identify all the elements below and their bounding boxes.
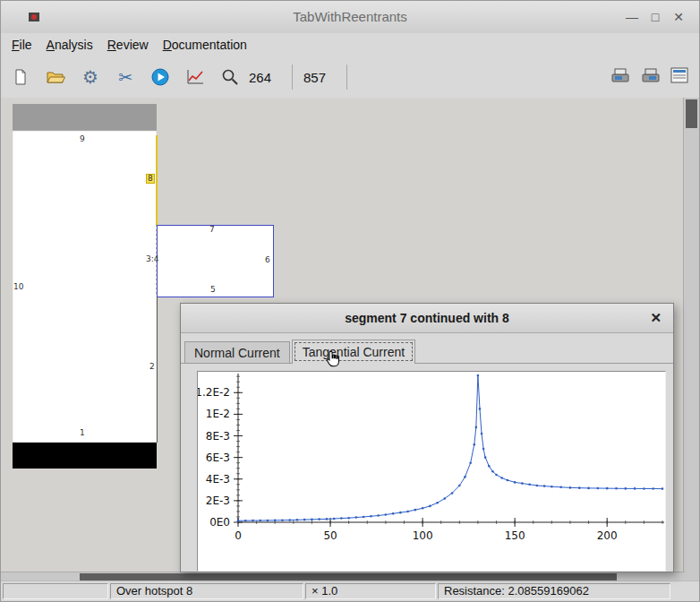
run-icon[interactable] bbox=[145, 63, 175, 91]
menu-analysis[interactable]: Analysis bbox=[39, 35, 100, 55]
scanner-icon[interactable] bbox=[640, 66, 662, 88]
segment-dialog: segment 7 continued with 8 ✕ Normal Curr… bbox=[180, 303, 674, 572]
settings-gear-icon[interactable]: ⚙ bbox=[75, 63, 106, 91]
blue-reentrant-rect bbox=[158, 226, 274, 297]
menu-documentation[interactable]: Documentation bbox=[156, 35, 254, 55]
toolbar-separator bbox=[346, 64, 347, 90]
coordinate-y-display: 857 bbox=[303, 70, 336, 85]
menu-review[interactable]: Review bbox=[100, 35, 156, 55]
svg-text:2E-3: 2E-3 bbox=[206, 494, 230, 507]
svg-text:50: 50 bbox=[323, 529, 337, 542]
svg-text:1.2E-2: 1.2E-2 bbox=[198, 386, 230, 399]
minimize-button[interactable]: — bbox=[620, 10, 644, 24]
menu-bar: File Analysis Review Documentation bbox=[1, 33, 699, 56]
plot-icon[interactable] bbox=[180, 63, 210, 91]
close-button[interactable]: ✕ bbox=[667, 10, 690, 24]
svg-text:150: 150 bbox=[505, 529, 525, 542]
svg-text:4E-3: 4E-3 bbox=[206, 473, 230, 486]
svg-text:0E0: 0E0 bbox=[209, 516, 230, 529]
new-document-icon[interactable] bbox=[5, 63, 36, 91]
status-hotspot: Over hotspot 8 bbox=[110, 583, 303, 599]
vertical-scrollbar-thumb[interactable] bbox=[686, 99, 697, 128]
svg-text:6E-3: 6E-3 bbox=[206, 452, 230, 464]
cut-icon[interactable]: ✂ bbox=[110, 63, 141, 91]
dialog-close-button[interactable]: ✕ bbox=[650, 310, 662, 326]
app-window: TabWithReentrants — □ ✕ File Analysis Re… bbox=[0, 0, 700, 602]
open-folder-icon[interactable] bbox=[40, 63, 71, 91]
window-title: TabWithReentrants bbox=[1, 9, 699, 24]
status-bar: Over hotspot 8 × 1.0 Resistance: 2.08559… bbox=[1, 580, 699, 601]
current-chart-panel: 0E02E-34E-36E-38E-31E-21.2E-205010015020… bbox=[197, 371, 666, 572]
top-gray-block bbox=[13, 104, 157, 131]
coordinate-x-display: 264 bbox=[249, 70, 281, 85]
maximize-button[interactable]: □ bbox=[644, 10, 667, 24]
bottom-black-block bbox=[13, 443, 157, 469]
status-zoom: × 1.0 bbox=[305, 583, 436, 599]
dialog-title: segment 7 continued with 8 bbox=[345, 311, 509, 325]
zoom-icon[interactable] bbox=[215, 63, 245, 91]
toolbar-separator bbox=[292, 64, 293, 90]
window-titlebar: TabWithReentrants — □ ✕ bbox=[1, 1, 699, 34]
vertical-scrollbar[interactable] bbox=[683, 98, 699, 583]
svg-text:8E-3: 8E-3 bbox=[206, 430, 230, 443]
dialog-titlebar[interactable]: segment 7 continued with 8 ✕ bbox=[181, 304, 673, 333]
toolbar-right-group bbox=[610, 66, 699, 88]
printer-icon[interactable] bbox=[610, 66, 631, 88]
svg-text:100: 100 bbox=[413, 529, 433, 542]
dialog-tab-bar: Normal Current Tangential Current bbox=[181, 333, 673, 364]
checklist-icon[interactable] bbox=[670, 67, 688, 87]
menu-file[interactable]: File bbox=[4, 35, 39, 55]
svg-text:0: 0 bbox=[235, 529, 242, 542]
status-resistance: Resistance: 2.08559169062 bbox=[438, 583, 670, 599]
window-controls: — □ ✕ bbox=[620, 1, 690, 33]
tab-tangential-current[interactable]: Tangential Current bbox=[292, 340, 415, 364]
svg-text:1E-2: 1E-2 bbox=[206, 408, 230, 420]
tangential-current-chart: 0E02E-34E-36E-38E-31E-21.2E-205010015020… bbox=[198, 372, 665, 571]
white-region bbox=[13, 131, 157, 443]
toolbar: ⚙ ✂ 264 857 bbox=[1, 56, 699, 99]
status-empty-segment bbox=[3, 583, 108, 599]
tab-normal-current[interactable]: Normal Current bbox=[184, 341, 290, 363]
svg-text:200: 200 bbox=[597, 529, 618, 542]
